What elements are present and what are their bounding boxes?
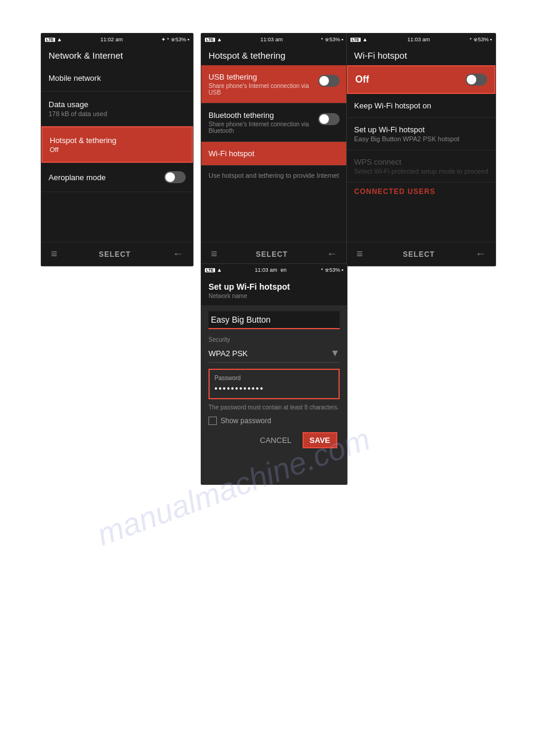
signal-icon2: ▲ bbox=[217, 37, 222, 42]
menu-icon2[interactable]: ≡ bbox=[211, 248, 217, 260]
battery-icon2: ▪ bbox=[341, 37, 343, 42]
wps-connect-item[interactable]: WPS connect Select Wi-Fi protected setup… bbox=[347, 150, 495, 183]
back-icon[interactable]: ← bbox=[173, 248, 183, 260]
battery-icon4: ▪ bbox=[341, 267, 343, 273]
screen4-status-left: LTE ▲ bbox=[205, 267, 222, 273]
signal-icon3: ▲ bbox=[362, 37, 368, 42]
lte-badge: LTE bbox=[45, 38, 55, 42]
menu-icon3[interactable]: ≡ bbox=[356, 248, 363, 260]
lte-badge4: LTE bbox=[205, 268, 215, 272]
screen1-bottom-nav: ≡ SELECT ← bbox=[41, 242, 193, 266]
screen1-time: 11:02 am bbox=[100, 37, 123, 42]
bluetooth-icon: ✦ bbox=[161, 37, 166, 42]
show-password-row: Show password bbox=[208, 417, 340, 425]
screen3-status-right: * ※53% ▪ bbox=[470, 37, 492, 42]
screen1-header: Network & Internet bbox=[41, 45, 193, 65]
usb-tethering-item[interactable]: USB tethering Share phone's Internet con… bbox=[201, 65, 347, 104]
lte-badge3: LTE bbox=[350, 38, 361, 42]
dialog-header: Set up Wi-Fi hotspot Network name bbox=[201, 276, 347, 305]
screen1-network-internet: LTE ▲ 11:02 am ✦ * ※53% ▪ Network & Inte… bbox=[41, 33, 194, 266]
screen4-time: 11:03 am en bbox=[255, 267, 288, 273]
select-button2[interactable]: SELECT bbox=[256, 250, 288, 259]
hotspot-tethering-item[interactable]: Hotspot & tethering Off bbox=[41, 126, 193, 163]
wifi-off-bar[interactable]: Off bbox=[347, 65, 495, 94]
bluetooth-tethering-item[interactable]: Bluetooth tethering Share phone's Intern… bbox=[201, 104, 347, 142]
usb-tethering-toggle[interactable] bbox=[318, 75, 340, 87]
signal-icon4: ▲ bbox=[217, 267, 222, 273]
select-button3[interactable]: SELECT bbox=[403, 250, 435, 259]
show-password-checkbox[interactable] bbox=[208, 417, 217, 425]
wifi-hotspot-toggle[interactable] bbox=[466, 74, 487, 86]
network-name-input[interactable] bbox=[208, 311, 340, 329]
screen4-setup-wifi: LTE ▲ 11:03 am en * ※53% ▪ Set up Wi-Fi … bbox=[201, 263, 347, 485]
security-row[interactable]: WPA2 PSK ▼ bbox=[208, 344, 340, 363]
password-box: Password •••••••••••• bbox=[208, 369, 340, 399]
screen1-status-left: LTE ▲ bbox=[45, 37, 62, 42]
select-button[interactable]: SELECT bbox=[99, 250, 131, 259]
screen3-bottom-nav: ≡ SELECT ← bbox=[347, 242, 495, 266]
screen2-status-right: * ※53% ▪ bbox=[321, 37, 343, 42]
dropdown-icon: ▼ bbox=[330, 348, 340, 359]
lte-badge2: LTE bbox=[205, 38, 215, 42]
screen1-status-right: ✦ * ※53% ▪ bbox=[161, 37, 189, 42]
bluetooth-tethering-toggle[interactable] bbox=[318, 113, 340, 125]
screen3-status-left: LTE ▲ bbox=[350, 37, 368, 42]
screen1-status-bar: LTE ▲ 11:02 am ✦ * ※53% ▪ bbox=[41, 34, 193, 45]
dialog-background: Set up Wi-Fi hotspot Network name Securi… bbox=[201, 276, 347, 485]
screen4-status-bar: LTE ▲ 11:03 am en * ※53% ▪ bbox=[201, 264, 347, 276]
save-button[interactable]: SAVE bbox=[303, 432, 337, 448]
aeroplane-toggle[interactable] bbox=[164, 171, 186, 183]
battery-icon: ▪ bbox=[188, 37, 189, 42]
aeroplane-mode-item[interactable]: Aeroplane mode bbox=[41, 163, 193, 192]
screen3-status-bar: LTE ▲ 11:03 am * ※53% ▪ bbox=[347, 34, 495, 45]
screen3-wifi-hotspot: LTE ▲ 11:03 am * ※53% ▪ Wi-Fi hotspot Of… bbox=[346, 33, 496, 266]
dialog-buttons: CANCEL SAVE bbox=[208, 432, 340, 448]
password-hint: The password must contain at least 8 cha… bbox=[208, 404, 340, 411]
screen2-header: Hotspot & tethering bbox=[201, 45, 347, 65]
screen2-time: 11:03 am bbox=[260, 37, 283, 42]
screen2-status-left: LTE ▲ bbox=[205, 37, 222, 42]
signal-icon: ▲ bbox=[57, 37, 62, 42]
keep-wifi-on-item[interactable]: Keep Wi-Fi hotspot on bbox=[347, 94, 495, 118]
wifi-hotspot-item[interactable]: Wi-Fi hotspot bbox=[201, 142, 347, 166]
screen3-time: 11:03 am bbox=[407, 37, 430, 42]
footer-text: Use hotspot and tethering to provide Int… bbox=[201, 166, 347, 185]
mobile-network-item[interactable]: Mobile network bbox=[41, 65, 193, 92]
dialog-content: Security WPA2 PSK ▼ Password •••••••••••… bbox=[201, 305, 347, 454]
screen4-status-right: * ※53% ▪ bbox=[321, 267, 343, 273]
cancel-button[interactable]: CANCEL bbox=[255, 432, 297, 448]
screen2-hotspot-tethering: LTE ▲ 11:03 am * ※53% ▪ Hotspot & tether… bbox=[201, 33, 347, 266]
screen2-status-bar: LTE ▲ 11:03 am * ※53% ▪ bbox=[201, 34, 347, 45]
back-icon2[interactable]: ← bbox=[327, 248, 337, 260]
screen3-header: Wi-Fi hotspot bbox=[347, 45, 495, 65]
connected-users-label: CONNECTED USERS bbox=[347, 183, 495, 198]
setup-wifi-hotspot-item[interactable]: Set up Wi-Fi hotspot Easy Big Button WPA… bbox=[347, 118, 495, 150]
battery-icon3: ▪ bbox=[490, 37, 492, 42]
screen2-bottom-nav: ≡ SELECT ← bbox=[201, 242, 347, 266]
menu-icon[interactable]: ≡ bbox=[51, 248, 58, 260]
data-usage-item[interactable]: Data usage 178 kB of data used bbox=[41, 92, 193, 126]
back-icon3[interactable]: ← bbox=[475, 248, 486, 260]
